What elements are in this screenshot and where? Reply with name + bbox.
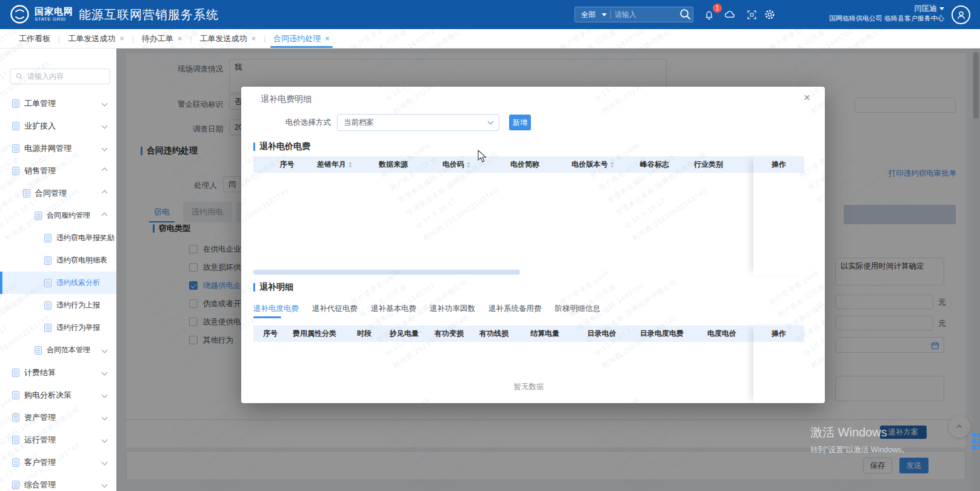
- sidebar-item-15[interactable]: 运行管理: [0, 429, 116, 451]
- horizontal-scrollbar-thumb[interactable]: [253, 270, 520, 275]
- settings-gear-icon[interactable]: [762, 7, 777, 22]
- detail-tab-0[interactable]: 退补电度电费: [253, 298, 299, 319]
- chevron-down-icon[interactable]: [102, 437, 108, 443]
- sidebar-item-4[interactable]: 合同管理: [0, 182, 116, 204]
- sidebar-search[interactable]: [10, 68, 110, 84]
- detail-tab-label: 退补代征电费: [312, 304, 358, 314]
- column-header-label: 差错年月: [317, 159, 346, 170]
- sidebar-item-label: 违约窃电举报奖励: [56, 233, 115, 243]
- sidebar-item-16[interactable]: 客户管理: [0, 451, 116, 473]
- search-input[interactable]: [615, 10, 678, 19]
- chevron-up-icon[interactable]: [102, 190, 108, 196]
- chevron-down-icon[interactable]: [102, 392, 108, 398]
- tab-3[interactable]: 工单发送成功×: [192, 29, 264, 48]
- search-scope-select[interactable]: 全部: [575, 10, 599, 20]
- search-icon[interactable]: [678, 7, 693, 22]
- document-icon: [35, 346, 42, 355]
- document-icon: [12, 413, 19, 422]
- column-header: 有功变损: [427, 329, 472, 339]
- tab-label: 工单发送成功: [200, 33, 247, 44]
- tab-close-icon[interactable]: ×: [252, 34, 256, 43]
- rate-table-fixed-column: 操作: [753, 156, 804, 275]
- document-icon: [12, 167, 19, 175]
- sidebar-item-2[interactable]: 电源并网管理: [0, 137, 116, 159]
- tab-close-icon[interactable]: ×: [119, 34, 124, 43]
- sidebar-item-12[interactable]: 计费结算: [0, 361, 116, 384]
- sidebar-item-17[interactable]: 综合管理: [0, 473, 116, 491]
- column-header: 差错年月: [304, 159, 365, 170]
- column-header: 电价版本号: [558, 159, 627, 170]
- chevron-down-icon[interactable]: [102, 459, 108, 466]
- logo: 国家电网 STATE GRID: [10, 4, 73, 24]
- detail-section-title-text: 退补明细: [259, 282, 293, 293]
- chevron-up-icon[interactable]: [102, 213, 108, 219]
- add-button[interactable]: 新增: [509, 115, 531, 130]
- detail-tab-2[interactable]: 退补基本电费: [371, 298, 416, 319]
- tab-0[interactable]: 工作看板: [11, 29, 58, 48]
- horizontal-scrollbar[interactable]: [253, 269, 804, 275]
- chevron-down-icon[interactable]: [102, 347, 108, 353]
- chevron-down-icon[interactable]: [102, 415, 108, 421]
- divider: [610, 10, 611, 19]
- tab-close-icon[interactable]: ×: [325, 34, 330, 43]
- sidebar-item-label: 违约行为举报: [56, 322, 100, 333]
- tab-1[interactable]: 工单发送成功×: [60, 29, 132, 48]
- chevron-up-icon[interactable]: [102, 168, 108, 174]
- tab-2[interactable]: 待办工单×: [134, 29, 190, 48]
- column-header: 电价简称: [492, 159, 558, 170]
- sidebar-item-6[interactable]: 违约窃电举报奖励: [0, 227, 116, 249]
- tab-label: 待办工单: [142, 33, 173, 44]
- state-grid-emblem-icon: [10, 4, 30, 24]
- detail-tabs: 退补电度电费退补代征电费退补基本电费退补功率因数退补系统备用费阶梯明细信息: [253, 298, 601, 319]
- sidebar-item-10[interactable]: 违约行为举报: [0, 316, 116, 339]
- price-mode-value: 当前档案: [344, 118, 374, 128]
- column-header-label: 有功线损: [479, 329, 508, 339]
- rate-section-title: 退补电价电费: [253, 141, 310, 152]
- detail-tab-1[interactable]: 退补代征电费: [312, 298, 358, 319]
- column-header-label: 电价码: [442, 159, 464, 170]
- close-icon[interactable]: ×: [804, 91, 810, 104]
- sidebar-item-3[interactable]: 销售管理: [0, 159, 116, 182]
- global-search[interactable]: 全部: [575, 7, 693, 22]
- detail-tab-5[interactable]: 阶梯明细信息: [555, 298, 601, 319]
- tab-label: 工单发送成功: [68, 33, 115, 44]
- column-header: 有功线损: [472, 329, 516, 339]
- sort-icon[interactable]: [348, 162, 352, 168]
- sidebar-item-0[interactable]: 工单管理: [0, 92, 116, 115]
- column-header: 行业类别: [682, 159, 735, 170]
- document-icon: [12, 369, 19, 377]
- sidebar-item-11[interactable]: 合同范本管理: [0, 339, 116, 361]
- sidebar-item-9[interactable]: 违约行为上报: [0, 294, 116, 316]
- chevron-down-icon[interactable]: [102, 370, 108, 376]
- active-detail-tab-underline: [253, 316, 281, 318]
- document-icon: [12, 391, 19, 399]
- sort-icon[interactable]: [610, 162, 614, 168]
- detail-tab-4[interactable]: 退补系统备用费: [488, 298, 542, 319]
- sort-asc-icon: [467, 162, 470, 164]
- chevron-down-icon[interactable]: [102, 482, 108, 488]
- column-header-label: 目录电价: [587, 329, 616, 339]
- fullscreen-scan-icon[interactable]: [744, 7, 759, 22]
- sidebar-item-7[interactable]: 违约窃电明细表: [0, 249, 116, 272]
- cloud-icon[interactable]: [722, 7, 737, 22]
- tab-close-icon[interactable]: ×: [178, 34, 182, 43]
- sidebar-item-5[interactable]: 合同履约管理: [0, 204, 116, 227]
- detail-tab-3[interactable]: 退补功率因数: [430, 298, 475, 319]
- sidebar-item-1[interactable]: 业扩接入: [0, 115, 116, 137]
- floating-grid-widget[interactable]: [972, 433, 980, 449]
- user-info[interactable]: 闫匡迪 国网临猗供电公司 临猗县客户服务中心: [829, 4, 944, 23]
- tab-4[interactable]: 合同违约处理×: [265, 29, 338, 48]
- sidebar-item-8[interactable]: 违约线索分析: [0, 272, 116, 294]
- chevron-down-icon[interactable]: [102, 123, 108, 129]
- sidebar-item-label: 违约线索分析: [56, 278, 100, 288]
- avatar[interactable]: [952, 5, 970, 24]
- sidebar-item-label: 违约窃电明细表: [56, 255, 107, 266]
- sidebar-search-input[interactable]: [27, 72, 105, 81]
- user-name[interactable]: 闫匡迪: [915, 4, 938, 13]
- chevron-down-icon[interactable]: [102, 145, 108, 152]
- sidebar-item-14[interactable]: 资产管理: [0, 406, 116, 429]
- chevron-down-icon[interactable]: [102, 101, 108, 107]
- sidebar-item-13[interactable]: 购电分析决策: [0, 384, 116, 406]
- sort-icon[interactable]: [467, 162, 470, 168]
- price-mode-select[interactable]: 当前档案: [337, 114, 499, 131]
